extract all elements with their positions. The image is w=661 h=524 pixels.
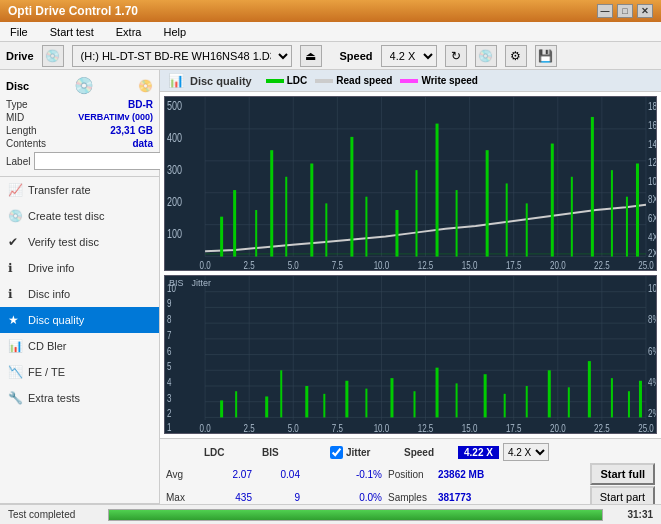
svg-text:5.0: 5.0 [288, 423, 299, 433]
fe-te-label: FE / TE [28, 366, 65, 378]
save-button[interactable]: 💾 [535, 45, 557, 67]
svg-text:100: 100 [167, 227, 182, 241]
svg-rect-115 [305, 386, 308, 417]
disc-info-label: Disc info [28, 288, 70, 300]
stats-header-row: LDC BIS Jitter Speed 4.22 X 4.2 X [166, 443, 655, 461]
speed-select[interactable]: 4.2 X [381, 45, 437, 67]
mid-value: VERBATIMv (000) [78, 112, 153, 123]
position-label: Position [388, 469, 438, 480]
label-input[interactable] [34, 152, 169, 170]
avg-row: Avg 2.07 0.04 -0.1% Position 23862 MB St… [166, 463, 655, 485]
svg-text:12X: 12X [648, 156, 656, 168]
svg-text:12.5: 12.5 [418, 423, 434, 433]
menu-extra[interactable]: Extra [110, 24, 148, 40]
svg-text:10.0: 10.0 [374, 423, 390, 433]
bis-max-val: 9 [262, 492, 310, 503]
svg-rect-55 [486, 150, 489, 256]
length-value: 23,31 GB [110, 125, 153, 136]
svg-text:0.0: 0.0 [200, 423, 211, 433]
sidebar-item-transfer-rate[interactable]: 📈 Transfer rate [0, 177, 159, 203]
sidebar-item-create-test-disc[interactable]: 💿 Create test disc [0, 203, 159, 229]
svg-rect-50 [365, 197, 367, 257]
svg-text:5.0: 5.0 [288, 258, 299, 269]
svg-text:7: 7 [167, 330, 171, 341]
svg-rect-59 [571, 177, 573, 257]
minimize-button[interactable]: — [597, 4, 613, 18]
jitter-max-val: 0.0% [310, 492, 388, 503]
svg-rect-61 [611, 170, 613, 256]
create-test-disc-icon: 💿 [8, 209, 22, 223]
length-label: Length [6, 125, 37, 136]
svg-text:0.0: 0.0 [200, 258, 211, 269]
status-time: 31:31 [613, 509, 653, 520]
svg-rect-112 [235, 391, 237, 417]
svg-text:7.5: 7.5 [332, 258, 343, 269]
sidebar-item-disc-info[interactable]: ℹ Disc info [0, 281, 159, 307]
sidebar-item-fe-te[interactable]: 📉 FE / TE [0, 359, 159, 385]
svg-rect-58 [551, 144, 554, 257]
maximize-button[interactable]: □ [617, 4, 633, 18]
eject-button[interactable]: ⏏ [300, 45, 322, 67]
sidebar-item-verify-test-disc[interactable]: ✔ Verify test disc [0, 229, 159, 255]
svg-text:6: 6 [167, 345, 171, 356]
svg-text:12.5: 12.5 [418, 258, 434, 269]
cd-bler-label: CD Bler [28, 340, 67, 352]
read-color-swatch [315, 79, 333, 83]
svg-rect-128 [588, 361, 591, 417]
menu-start-test[interactable]: Start test [44, 24, 100, 40]
svg-text:2: 2 [167, 408, 171, 419]
drive-info-label: Drive info [28, 262, 74, 274]
svg-rect-53 [436, 124, 439, 257]
settings-button[interactable]: ⚙ [505, 45, 527, 67]
disc-eject-icon[interactable]: 📀 [138, 79, 153, 93]
ldc-max-val: 435 [204, 492, 262, 503]
svg-rect-62 [626, 197, 628, 257]
samples-val: 381773 [438, 492, 471, 503]
svg-text:200: 200 [167, 195, 182, 209]
menu-file[interactable]: File [4, 24, 34, 40]
extra-tests-label: Extra tests [28, 392, 80, 404]
sidebar-item-cd-bler[interactable]: 📊 CD Bler [0, 333, 159, 359]
svg-text:9: 9 [167, 298, 171, 309]
svg-text:16X: 16X [648, 119, 656, 131]
svg-rect-116 [323, 394, 325, 418]
speed-col-header: Speed [404, 447, 454, 458]
type-label: Type [6, 99, 28, 110]
svg-text:20.0: 20.0 [550, 423, 566, 433]
menu-bar: File Start test Extra Help [0, 22, 661, 42]
svg-text:2.5: 2.5 [244, 258, 255, 269]
charts-area: 500 400 300 200 100 18X 16X 14X 12X 10X … [160, 92, 661, 438]
ldc-col-header: LDC [204, 447, 262, 458]
transfer-rate-icon: 📈 [8, 183, 22, 197]
svg-rect-127 [568, 387, 570, 417]
transfer-rate-label: Transfer rate [28, 184, 91, 196]
jitter-col-header: Jitter [346, 447, 404, 458]
speed-dropdown[interactable]: 4.2 X [503, 443, 549, 461]
avg-label: Avg [166, 469, 204, 480]
disc-panel: Disc 💿 📀 Type BD-R MID VERBATIMv (000) L… [0, 70, 159, 177]
disc-quality-label: Disc quality [28, 314, 84, 326]
start-full-button[interactable]: Start full [590, 463, 655, 485]
sidebar-item-extra-tests[interactable]: 🔧 Extra tests [0, 385, 159, 411]
sidebar-item-disc-quality[interactable]: ★ Disc quality [0, 307, 159, 333]
svg-rect-51 [395, 210, 398, 257]
svg-rect-45 [270, 150, 273, 256]
menu-help[interactable]: Help [157, 24, 192, 40]
close-button[interactable]: ✕ [637, 4, 653, 18]
speed-label: Speed [340, 50, 373, 62]
svg-text:17.5: 17.5 [506, 423, 522, 433]
svg-text:6X: 6X [648, 212, 656, 224]
svg-text:4%: 4% [648, 377, 656, 388]
svg-rect-0 [165, 97, 656, 270]
svg-text:18X: 18X [648, 100, 656, 112]
refresh-button[interactable]: ↻ [445, 45, 467, 67]
svg-text:10%: 10% [648, 283, 656, 294]
svg-rect-113 [265, 396, 268, 417]
disc-button[interactable]: 💿 [475, 45, 497, 67]
contents-label: Contents [6, 138, 46, 149]
svg-rect-120 [414, 391, 416, 417]
drive-select[interactable]: (H:) HL-DT-ST BD-RE WH16NS48 1.D3 [72, 45, 292, 67]
jitter-checkbox[interactable] [330, 446, 343, 459]
write-legend-label: Write speed [421, 75, 478, 86]
sidebar-item-drive-info[interactable]: ℹ Drive info [0, 255, 159, 281]
